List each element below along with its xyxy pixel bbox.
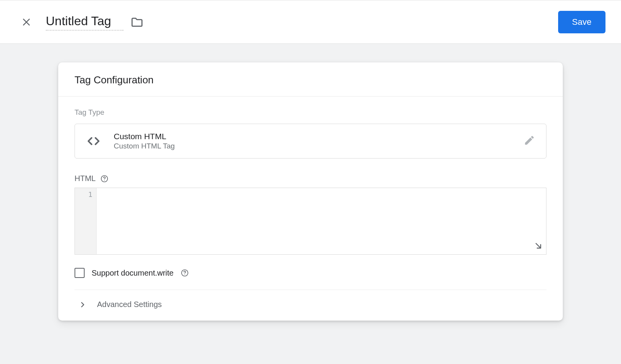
editor-gutter: 1 xyxy=(75,188,97,254)
editor-resize-handle[interactable] xyxy=(534,241,543,252)
tag-type-name: Custom HTML xyxy=(114,132,175,141)
folder-icon xyxy=(130,16,144,29)
html-help-button[interactable] xyxy=(100,174,109,183)
help-icon xyxy=(100,174,109,183)
resize-icon xyxy=(534,241,543,250)
tag-type-label: Tag Type xyxy=(75,108,546,117)
support-document-write-row: Support document.write xyxy=(75,268,546,290)
title-container xyxy=(46,13,144,31)
content-area: Tag Configuration Tag Type Custom HTML C… xyxy=(0,44,621,321)
pencil-icon xyxy=(524,135,535,146)
tag-name-input[interactable] xyxy=(46,13,123,31)
header-bar: Save xyxy=(0,0,621,44)
support-document-write-label: Support document.write xyxy=(92,269,173,278)
advanced-settings-label: Advanced Settings xyxy=(97,300,162,309)
chevron-right-icon xyxy=(78,300,87,309)
tag-type-description: Custom HTML Tag xyxy=(114,142,175,150)
support-document-write-help-button[interactable] xyxy=(180,269,189,277)
close-icon xyxy=(21,17,31,27)
card-body: Tag Type Custom HTML Custom HTML Tag HTM… xyxy=(58,97,563,316)
card-title: Tag Configuration xyxy=(75,74,546,86)
html-code-editor[interactable]: 1 xyxy=(75,188,546,255)
card-header: Tag Configuration xyxy=(58,62,563,97)
svg-point-6 xyxy=(184,274,185,275)
html-textarea[interactable] xyxy=(97,188,546,254)
tag-configuration-card: Tag Configuration Tag Type Custom HTML C… xyxy=(58,62,563,321)
tag-type-selector[interactable]: Custom HTML Custom HTML Tag xyxy=(75,124,546,159)
support-document-write-checkbox[interactable] xyxy=(75,268,85,278)
save-button[interactable]: Save xyxy=(558,11,605,33)
svg-point-3 xyxy=(104,180,105,181)
folder-button[interactable] xyxy=(130,16,144,29)
html-label-row: HTML xyxy=(75,174,546,183)
svg-line-4 xyxy=(536,243,541,248)
advanced-settings-toggle[interactable]: Advanced Settings xyxy=(75,290,546,316)
close-button[interactable] xyxy=(19,14,34,30)
help-icon xyxy=(180,269,189,277)
code-icon xyxy=(86,133,101,149)
tag-type-text: Custom HTML Custom HTML Tag xyxy=(114,132,175,150)
html-section-label: HTML xyxy=(75,174,95,183)
edit-tag-type-button[interactable] xyxy=(524,135,535,148)
line-number: 1 xyxy=(75,190,96,198)
